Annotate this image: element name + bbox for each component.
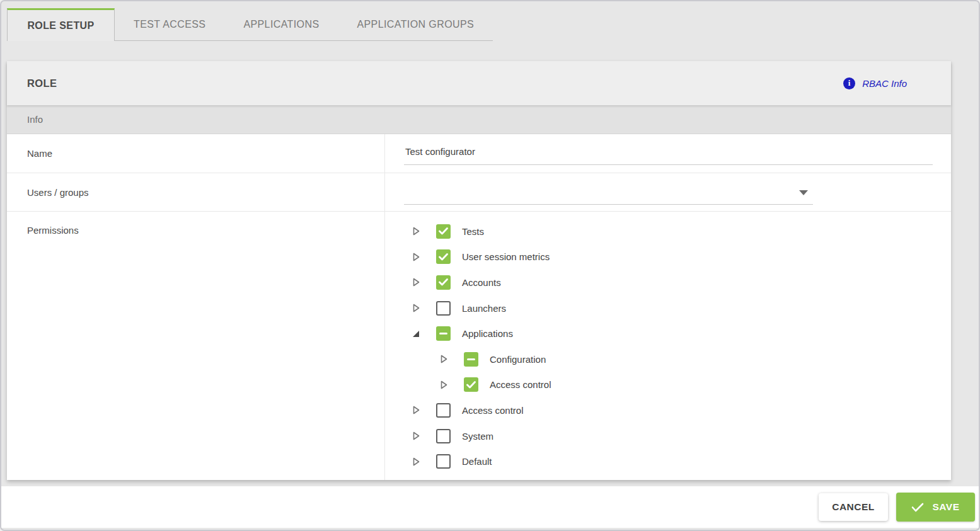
- permission-tree-row: Tests: [385, 219, 951, 244]
- permission-tree-row: System: [385, 423, 951, 449]
- permission-label: Access control: [462, 405, 524, 416]
- app-window: ROLE SETUP TEST ACCESS APPLICATIONS APPL…: [0, 0, 980, 531]
- permission-checkbox[interactable]: [436, 326, 451, 341]
- permission-checkbox[interactable]: [436, 429, 451, 443]
- permission-label: Access control: [490, 379, 551, 390]
- rbac-info-label: RBAC Info: [862, 78, 907, 89]
- permissions-tree: Tests: [385, 212, 951, 480]
- permission-label: Default: [462, 456, 492, 467]
- cancel-button[interactable]: CANCEL: [819, 493, 888, 521]
- tab-label: APPLICATIONS: [243, 19, 319, 30]
- name-input-value: Test configurator: [405, 146, 475, 157]
- expander-icon[interactable]: [439, 380, 448, 390]
- name-row: Name Test configurator: [7, 134, 951, 173]
- expander-icon[interactable]: [412, 329, 420, 339]
- tab-label: ROLE SETUP: [27, 20, 94, 31]
- permission-tree-row: User session metrics: [385, 244, 951, 270]
- permission-label: User session metrics: [462, 251, 550, 262]
- permission-tree-row: Default: [385, 448, 951, 474]
- tab[interactable]: APPLICATION GROUPS: [338, 8, 493, 40]
- permission-tree-row: Access control: [385, 372, 951, 398]
- permission-checkbox[interactable]: [436, 454, 451, 469]
- chevron-down-icon: [799, 190, 808, 195]
- expander-icon[interactable]: [439, 354, 448, 364]
- indeterminate-dash-icon: [439, 333, 447, 335]
- expander-icon[interactable]: [412, 252, 420, 262]
- permissions-row: Permissions: [7, 212, 951, 480]
- tab-label: APPLICATION GROUPS: [357, 19, 474, 30]
- permission-label: Applications: [462, 328, 513, 339]
- expander-icon[interactable]: [412, 405, 420, 415]
- permission-label: System: [462, 431, 493, 442]
- expander-icon[interactable]: [412, 303, 420, 313]
- panel-title: ROLE: [27, 77, 57, 89]
- permission-checkbox[interactable]: [436, 249, 451, 264]
- expander-icon[interactable]: [412, 277, 420, 287]
- permission-checkbox[interactable]: [436, 301, 451, 316]
- save-button-label: SAVE: [932, 501, 959, 513]
- permission-label: Accounts: [462, 277, 501, 288]
- permission-tree-row: Configuration: [385, 346, 951, 372]
- permission-tree-row: Applications: [385, 321, 951, 346]
- tab[interactable]: ROLE SETUP: [7, 8, 115, 41]
- users-groups-select[interactable]: [404, 182, 813, 205]
- section-info-label: Info: [27, 114, 43, 125]
- info-icon: i: [843, 77, 855, 89]
- indeterminate-dash-icon: [467, 358, 475, 361]
- permission-checkbox[interactable]: [436, 224, 451, 239]
- permission-checkbox[interactable]: [436, 275, 451, 290]
- tab[interactable]: TEST ACCESS: [115, 8, 224, 40]
- role-panel: ROLE i RBAC Info Info Name Test configur…: [7, 61, 951, 480]
- check-icon: [911, 503, 924, 512]
- users-groups-row: Users / groups: [7, 173, 951, 212]
- expander-icon[interactable]: [412, 226, 420, 236]
- tab[interactable]: APPLICATIONS: [224, 8, 338, 40]
- permission-tree-row: Accounts: [385, 270, 951, 295]
- permission-label: Launchers: [462, 303, 506, 314]
- panel-header: ROLE i RBAC Info: [7, 61, 951, 105]
- save-button[interactable]: SAVE: [896, 493, 975, 522]
- action-footer: CANCEL SAVE: [1, 486, 979, 528]
- tab-label: TEST ACCESS: [134, 19, 205, 30]
- permission-checkbox[interactable]: [436, 403, 451, 418]
- permission-label: Tests: [462, 226, 484, 237]
- name-label: Name: [7, 134, 385, 173]
- tab-bar: ROLE SETUP TEST ACCESS APPLICATIONS APPL…: [7, 8, 493, 41]
- users-groups-label: Users / groups: [7, 173, 385, 211]
- rbac-info-link[interactable]: i RBAC Info: [843, 77, 931, 89]
- name-input[interactable]: Test configurator: [404, 142, 933, 165]
- permission-tree-row: Launchers: [385, 295, 951, 321]
- permission-checkbox[interactable]: [464, 377, 478, 392]
- permission-checkbox[interactable]: [464, 352, 478, 367]
- expander-icon[interactable]: [412, 457, 420, 467]
- permissions-label: Permissions: [7, 212, 385, 480]
- section-info-header: Info: [7, 105, 951, 134]
- expander-icon[interactable]: [412, 431, 420, 441]
- permission-tree-row: Access control: [385, 397, 951, 423]
- permission-label: Configuration: [490, 354, 546, 365]
